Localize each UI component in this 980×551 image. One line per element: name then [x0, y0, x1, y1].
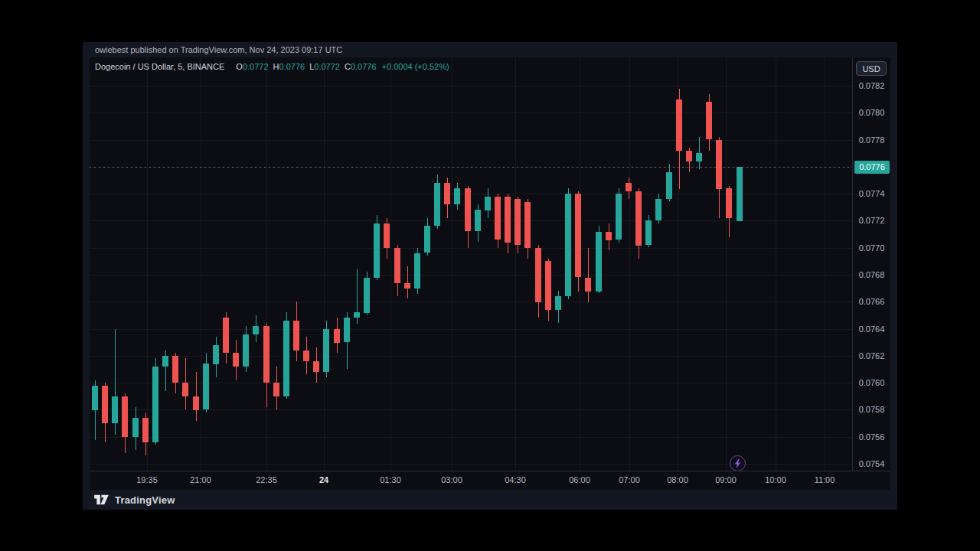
- candle-body: [726, 188, 732, 218]
- candle-body: [213, 345, 219, 364]
- candle-body: [524, 202, 531, 248]
- price-tick-label: 0.0780: [853, 108, 890, 117]
- publisher-text: owiebest published on TradingView.com, N…: [95, 45, 342, 54]
- gridline-horizontal: [90, 86, 852, 86]
- last-price-line: [90, 167, 852, 168]
- gridline-horizontal: [90, 356, 852, 357]
- price-tick-label: 0.0766: [853, 297, 890, 306]
- time-tick-label: 11:00: [815, 475, 835, 484]
- candle-body: [575, 194, 581, 277]
- candle-body: [465, 188, 471, 231]
- candle-body: [444, 183, 450, 204]
- gridline-horizontal: [90, 112, 852, 113]
- symbol-title: Dogecoin / US Dollar, 5, BINANCE: [95, 62, 224, 71]
- candle-body: [454, 188, 460, 204]
- time-tick-label: 04:30: [505, 475, 526, 484]
- candle-body: [162, 356, 168, 367]
- candle-body: [122, 396, 128, 437]
- gridline-horizontal: [90, 140, 852, 141]
- gridline-horizontal: [90, 275, 852, 276]
- time-tick-label: 21:00: [190, 475, 211, 484]
- symbol-legend[interactable]: Dogecoin / US Dollar, 5, BINANCEO0.0772H…: [95, 62, 449, 73]
- gridline-vertical: [726, 57, 727, 471]
- candle-body: [555, 296, 561, 310]
- tradingview-logo-icon[interactable]: [93, 494, 109, 505]
- candle-body: [233, 353, 239, 367]
- candle-body: [596, 232, 602, 292]
- candle-body: [313, 361, 319, 372]
- candle-body: [354, 312, 360, 318]
- candle-body: [655, 199, 662, 220]
- candle-body: [626, 183, 632, 191]
- screenshot-canvas: owiebest published on TradingView.com, N…: [0, 0, 980, 551]
- open-label: O: [236, 62, 243, 71]
- publisher-bar: owiebest published on TradingView.com, N…: [83, 42, 897, 57]
- candle-body: [243, 334, 249, 367]
- price-tick-label: 0.0762: [853, 351, 890, 360]
- price-tick-label: 0.0772: [853, 216, 890, 225]
- gridline-vertical: [825, 57, 825, 471]
- time-tick-label: 06:00: [569, 475, 590, 484]
- candle-body: [535, 248, 541, 302]
- time-tick-label: 09:00: [715, 475, 737, 484]
- gridline-vertical: [147, 57, 148, 471]
- candle-body: [193, 396, 199, 410]
- candle-body: [152, 367, 158, 442]
- candle-body: [606, 232, 612, 240]
- candle-wick: [588, 248, 589, 302]
- candle-body: [666, 172, 672, 199]
- candle-body: [263, 326, 270, 383]
- candle-body: [696, 153, 702, 161]
- currency-toggle-button[interactable]: USD: [856, 61, 887, 76]
- gridline-horizontal: [90, 409, 852, 410]
- price-tick-label: 0.0758: [853, 405, 890, 414]
- gridline-vertical: [515, 57, 516, 471]
- lightning-bolt-icon: [734, 459, 741, 468]
- close-value: 0.0776: [351, 62, 377, 71]
- tradingview-brand-text[interactable]: TradingView: [115, 494, 175, 506]
- candle-body: [374, 223, 380, 278]
- candle-body: [344, 318, 350, 342]
- candle-body: [102, 386, 108, 423]
- candle-body: [384, 223, 390, 248]
- candle-body: [273, 383, 279, 396]
- gridline-horizontal: [90, 302, 852, 302]
- high-value: 0.0776: [279, 62, 305, 71]
- chart-plot-area[interactable]: Dogecoin / US Dollar, 5, BINANCEO0.0772H…: [90, 57, 852, 471]
- gridline-vertical: [629, 57, 630, 471]
- flash-alert-button[interactable]: [730, 455, 746, 471]
- time-tick-label: 19:35: [136, 475, 158, 484]
- candle-body: [706, 102, 712, 139]
- close-label: C: [345, 62, 351, 71]
- price-tick-label: 0.0774: [853, 189, 890, 198]
- candle-body: [203, 364, 209, 409]
- candle-body: [414, 253, 420, 289]
- gridline-vertical: [390, 57, 391, 471]
- candle-wick: [407, 266, 408, 298]
- gridline-vertical: [324, 57, 325, 471]
- gridline-vertical: [201, 57, 201, 471]
- time-tick-label: 03:00: [441, 475, 462, 484]
- candle-body: [585, 278, 591, 292]
- price-axis[interactable]: USD 0.0776 0.07820.07800.07780.07760.077…: [852, 57, 890, 471]
- price-tick-label: 0.0778: [853, 135, 890, 145]
- time-axis[interactable]: 19:3521:0022:352401:3003:0004:3006:0007:…: [90, 471, 890, 490]
- candle-body: [142, 418, 149, 442]
- gridline-vertical: [776, 57, 776, 471]
- price-tick-label: 0.0768: [853, 270, 890, 279]
- time-tick-label: 24: [319, 475, 328, 484]
- change-value: +0.0004 (+0.52%): [382, 62, 449, 71]
- candle-body: [686, 151, 692, 161]
- candle-body: [223, 318, 229, 353]
- candle-body: [716, 140, 722, 189]
- candle-body: [424, 226, 430, 253]
- candle-body: [394, 248, 400, 283]
- gridline-horizontal: [90, 329, 852, 330]
- time-tick-label: 10:00: [765, 475, 786, 484]
- high-label: H: [273, 62, 279, 71]
- last-price-badge: 0.0776: [854, 161, 890, 174]
- candle-body: [364, 278, 370, 313]
- candle-body: [676, 99, 682, 151]
- candle-body: [323, 329, 329, 372]
- price-tick-label: 0.0782: [853, 81, 890, 90]
